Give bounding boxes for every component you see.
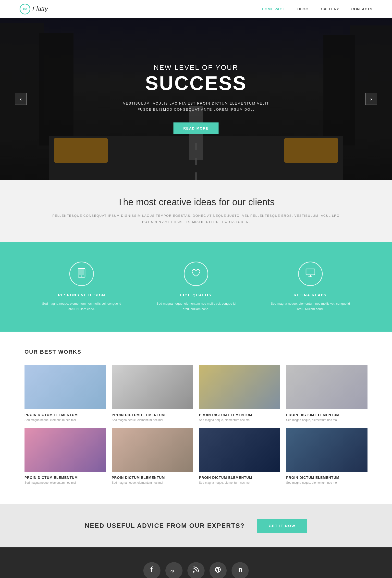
- feature-icon-wrap-responsive: [69, 262, 94, 286]
- portfolio-item-desc: Sed magna neque, elementum nec mol: [24, 481, 106, 484]
- svg-point-7: [193, 571, 195, 573]
- portfolio-item-desc: Sed magna neque, elementum nec mol: [24, 418, 106, 422]
- portfolio-thumbnail: [24, 428, 106, 472]
- portfolio-item-title: PROIN DICTUM ELEMENTUM: [199, 413, 280, 417]
- portfolio-item-title: PROIN DICTUM ELEMENTUM: [24, 476, 106, 480]
- portfolio-thumbnail: [24, 365, 106, 409]
- nav-item-contacts[interactable]: CONTACTS: [351, 7, 372, 11]
- portfolio-item[interactable]: PROIN DICTUM ELEMENTUM Sed magna neque, …: [286, 365, 368, 422]
- main-nav: HOME PAGEBLOGGALLERYCONTACTS: [262, 7, 372, 11]
- portfolio-item-title: PROIN DICTUM ELEMENTUM: [112, 413, 193, 417]
- tagline-title: The most creative ideas for our clients: [49, 197, 343, 207]
- portfolio-item[interactable]: PROIN DICTUM ELEMENTUM Sed magna neque, …: [199, 428, 280, 484]
- portfolio-item-desc: Sed magna neque, elementum nec mol: [199, 418, 280, 422]
- pinterest-icon: [215, 566, 221, 575]
- portfolio-item[interactable]: PROIN DICTUM ELEMENTUM Sed magna neque, …: [199, 365, 280, 422]
- hero-next-button[interactable]: ›: [365, 93, 377, 105]
- feature-desc-retina: Sed magna neque, elementum nec mollis ve…: [268, 301, 353, 312]
- googleplus-icon: g+: [171, 567, 177, 574]
- feature-responsive: RESPONSIVE DESIGN Sed magna neque, eleme…: [24, 262, 139, 312]
- portfolio-thumbnail: [199, 365, 280, 409]
- portfolio-item-desc: Sed magna neque, elementum nec mol: [199, 481, 280, 484]
- linkedin-icon: [237, 566, 244, 575]
- portfolio-item-desc: Sed magna neque, elementum nec mol: [112, 481, 193, 484]
- footer: g+ Be Flatty © 2014 | Privacy Policy: [0, 547, 392, 578]
- social-pinterest[interactable]: [209, 562, 227, 578]
- portfolio-thumbnail: [286, 365, 368, 409]
- facebook-icon: [148, 566, 155, 575]
- portfolio-item-title: PROIN DICTUM ELEMENTUM: [112, 476, 193, 480]
- feature-title-responsive: RESPONSIVE DESIGN: [39, 293, 124, 297]
- portfolio-thumbnail: [286, 428, 368, 472]
- tagline-section: The most creative ideas for our clients …: [0, 180, 392, 242]
- portfolio-item[interactable]: PROIN DICTUM ELEMENTUM Sed magna neque, …: [286, 428, 368, 484]
- hero-title: SUCCESS: [123, 73, 269, 93]
- portfolio-item[interactable]: PROIN DICTUM ELEMENTUM Sed magna neque, …: [24, 428, 106, 484]
- portfolio-item-title: PROIN DICTUM ELEMENTUM: [24, 413, 106, 417]
- nav-item-gallery[interactable]: GALLERY: [321, 7, 339, 11]
- portfolio-item-title: PROIN DICTUM ELEMENTUM: [286, 476, 368, 480]
- nav-item-blog[interactable]: BLOG: [297, 7, 308, 11]
- nav-item-home[interactable]: HOME PAGE: [262, 7, 285, 11]
- portfolio-item-title: PROIN DICTUM ELEMENTUM: [286, 413, 368, 417]
- social-rss[interactable]: [188, 562, 204, 578]
- hero-subtitle: NEW LEVEL OF YOUR: [123, 64, 269, 72]
- feature-quality: HIGH QUALITY Sed magna neque, elementum …: [139, 262, 253, 312]
- hero-cta-button[interactable]: READ MORE: [173, 122, 219, 134]
- logo[interactable]: Be Flatty: [20, 4, 48, 14]
- hero-content: NEW LEVEL OF YOUR SUCCESS VESTIBULUM IAC…: [123, 64, 269, 134]
- portfolio-item-desc: Sed magna neque, elementum nec mol: [286, 481, 368, 484]
- portfolio-section: OUR BEST WORKS PROIN DICTUM ELEMENTUM Se…: [0, 332, 392, 504]
- svg-rect-2: [79, 269, 84, 275]
- logo-flatty: Flatty: [32, 5, 48, 13]
- logo-icon: Be: [20, 4, 30, 14]
- cta-text: NEED USEFUL ADVICE FROM OUR EXPERTS?: [85, 522, 245, 530]
- portfolio-thumbnail: [112, 428, 193, 472]
- portfolio-item-desc: Sed magna neque, elementum nec mol: [112, 418, 193, 422]
- portfolio-grid: PROIN DICTUM ELEMENTUM Sed magna neque, …: [24, 365, 368, 484]
- features-section: RESPONSIVE DESIGN Sed magna neque, eleme…: [0, 242, 392, 331]
- social-linkedin[interactable]: [232, 562, 249, 578]
- header: Be Flatty HOME PAGEBLOGGALLERYCONTACTS: [0, 0, 392, 18]
- feature-title-retina: RETINA READY: [268, 293, 353, 297]
- rss-icon: [193, 566, 199, 575]
- feature-icon-wrap-retina: [298, 262, 323, 286]
- portfolio-item-desc: Sed magna neque, elementum nec mol: [286, 418, 368, 422]
- portfolio-item-title: PROIN DICTUM ELEMENTUM: [199, 476, 280, 480]
- tablet-icon: [76, 267, 87, 281]
- feature-desc-responsive: Sed magna neque, elementum nec mollis ve…: [39, 301, 124, 312]
- portfolio-thumbnail: [112, 365, 193, 409]
- portfolio-item[interactable]: PROIN DICTUM ELEMENTUM Sed magna neque, …: [24, 365, 106, 422]
- hero-prev-button[interactable]: ‹: [15, 93, 27, 105]
- hero-section: ‹ NEW LEVEL OF YOUR SUCCESS VESTIBULUM I…: [0, 18, 392, 180]
- portfolio-item[interactable]: PROIN DICTUM ELEMENTUM Sed magna neque, …: [112, 365, 193, 422]
- social-googleplus[interactable]: g+: [165, 562, 183, 578]
- heart-icon: [191, 267, 201, 281]
- svg-text:g+: g+: [171, 569, 175, 573]
- portfolio-thumbnail: [199, 428, 280, 472]
- feature-icon-wrap-quality: [184, 262, 208, 286]
- feature-retina: RETINA READY Sed magna neque, elementum …: [253, 262, 368, 312]
- svg-point-1: [81, 276, 82, 277]
- tagline-description: PELLENTESQUE CONSEQUAT IPSUM DIGNISSIM L…: [49, 213, 343, 225]
- svg-rect-3: [306, 269, 315, 275]
- social-facebook[interactable]: [143, 562, 160, 578]
- logo-be: Be: [23, 7, 27, 11]
- footer-social: g+: [24, 562, 368, 578]
- cta-button[interactable]: GET IT NOW: [257, 519, 307, 533]
- feature-desc-quality: Sed magna neque, elementum nec mollis ve…: [154, 301, 239, 312]
- feature-title-quality: HIGH QUALITY: [154, 293, 239, 297]
- cta-section: NEED USEFUL ADVICE FROM OUR EXPERTS? GET…: [0, 504, 392, 547]
- portfolio-item[interactable]: PROIN DICTUM ELEMENTUM Sed magna neque, …: [112, 428, 193, 484]
- monitor-icon: [305, 267, 316, 281]
- portfolio-title: OUR BEST WORKS: [24, 349, 368, 355]
- hero-description: VESTIBULUM IACULIS LACINIA EST PROIN DIC…: [123, 100, 269, 113]
